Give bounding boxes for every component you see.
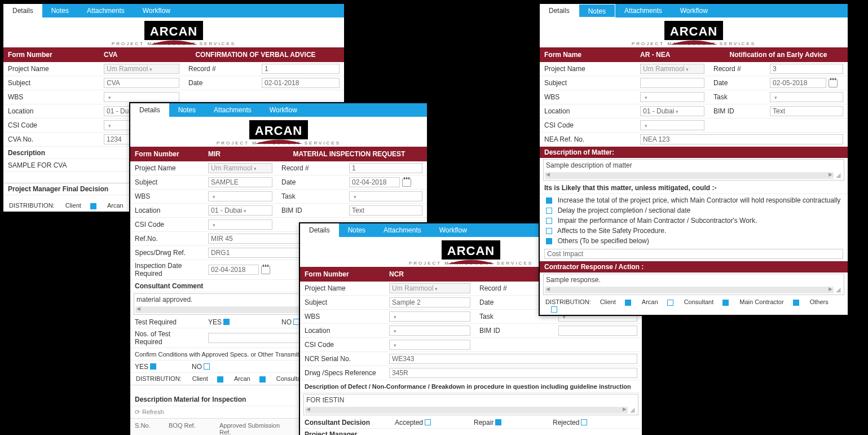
csi-select[interactable] <box>640 120 704 130</box>
wbs-select[interactable] <box>104 92 179 102</box>
tab-notes[interactable]: Notes <box>169 103 205 117</box>
lbl-project: Project Name <box>540 62 636 76</box>
hdr-code: NCR <box>385 267 509 282</box>
location-select[interactable]: 01 - Dubai <box>640 106 704 116</box>
hdr-form-number: Form Number <box>3 47 99 62</box>
chk-c3[interactable] <box>546 218 552 224</box>
chk-cd-rejected[interactable] <box>581 419 587 425</box>
calendar-icon[interactable] <box>402 178 411 187</box>
form-header: Form Number CVA CONFIRMATION OF VERBAL A… <box>3 47 344 62</box>
project-select[interactable]: Um Rammool <box>104 64 179 74</box>
insp-date-input[interactable]: 02-04-2018 <box>208 265 259 275</box>
date-input[interactable]: 02-04-2018 <box>349 177 400 187</box>
tab-details[interactable]: Details <box>3 4 42 17</box>
location-select[interactable] <box>389 326 470 336</box>
ncr-input[interactable]: WE343 <box>389 354 637 364</box>
subject-input[interactable] <box>640 78 704 88</box>
csi-select[interactable] <box>389 340 470 350</box>
task-select[interactable] <box>349 191 422 201</box>
drwg-input[interactable]: 345R <box>389 368 637 378</box>
tab-attachments[interactable]: Attachments <box>374 223 430 237</box>
wbs-select[interactable] <box>640 92 704 102</box>
record-input[interactable]: 3 <box>770 64 843 74</box>
chk-yes[interactable] <box>223 319 230 325</box>
chk-confirm-no[interactable] <box>204 363 210 370</box>
lbl-accepted: Accepted <box>395 419 423 427</box>
task-select[interactable] <box>770 92 843 102</box>
lbl-refno: Ref.No. <box>130 232 204 246</box>
chk-client[interactable] <box>90 203 96 209</box>
tab-details[interactable]: Details <box>130 103 169 117</box>
chk-cd-accepted[interactable] <box>425 419 431 425</box>
tab-workflow[interactable]: Workflow <box>430 223 476 237</box>
scrollbar-h[interactable] <box>545 172 834 179</box>
lbl-ncr-serial: NCR Serial No. <box>300 352 385 366</box>
tab-workflow[interactable]: Workflow <box>134 4 179 17</box>
tab-notes[interactable]: Notes <box>339 223 374 237</box>
tabbar: Details Notes Attachments Workflow <box>540 4 848 17</box>
tab-workflow[interactable]: Workflow <box>261 103 306 117</box>
resize-handle-icon[interactable] <box>836 172 843 179</box>
chk-client[interactable] <box>625 300 631 306</box>
calendar-icon[interactable] <box>829 79 838 87</box>
chk-c1[interactable] <box>546 197 552 204</box>
no-label: NO <box>192 363 202 371</box>
chk-others[interactable] <box>551 306 557 313</box>
resize-handle-icon[interactable] <box>836 287 843 293</box>
costimpact-input[interactable]: Cost Impact <box>544 249 843 259</box>
chk-arcan[interactable] <box>667 300 673 306</box>
project-select[interactable]: Um Rammool <box>389 283 470 293</box>
chk-confirm-yes[interactable] <box>150 363 156 370</box>
project-select[interactable]: Um Rammool <box>208 163 272 173</box>
dist-consultant: Consultant <box>684 298 714 305</box>
bim-input[interactable]: Text <box>770 106 843 116</box>
dom-textarea[interactable]: Sample description of matter <box>543 159 844 181</box>
date-input[interactable]: 02-05-2018 <box>770 78 826 88</box>
tab-attachments[interactable]: Attachments <box>205 103 261 117</box>
subject-input[interactable]: Sample 2 <box>389 297 470 307</box>
tab-attachments[interactable]: Attachments <box>78 4 134 17</box>
lbl-test-req: Test Required <box>130 316 204 328</box>
bim-input[interactable]: Text <box>349 205 422 216</box>
guideline-textarea[interactable]: FOR tESTIN <box>303 394 638 415</box>
chk-consultant[interactable] <box>722 300 729 306</box>
tab-notes[interactable]: Notes <box>42 4 78 17</box>
date-input[interactable]: 02-01-2018 <box>262 78 340 88</box>
chk-c4[interactable] <box>546 228 552 234</box>
tab-details[interactable]: Details <box>540 4 579 17</box>
hdr-code: CVA <box>99 47 167 62</box>
chk-cd-repair[interactable] <box>495 419 501 425</box>
wbs-select[interactable] <box>389 311 470 322</box>
lbl-date: Date <box>709 76 765 90</box>
chk-c5[interactable] <box>546 238 552 244</box>
csi-select[interactable] <box>208 219 272 230</box>
record-input[interactable]: 1 <box>349 163 422 173</box>
nea-input[interactable]: NEA 123 <box>640 134 843 144</box>
subject-input[interactable]: SAMPLE <box>208 177 272 187</box>
logo-arc-icon <box>144 33 203 39</box>
calendar-icon[interactable] <box>261 266 270 274</box>
tab-details[interactable]: Details <box>300 223 339 237</box>
record-input[interactable]: 1 <box>262 64 340 74</box>
tab-attachments[interactable]: Attachments <box>615 4 671 17</box>
location-select[interactable]: 01 - Dubai <box>208 205 272 216</box>
cra-textarea[interactable]: Sample response. <box>543 274 844 295</box>
resize-handle-icon[interactable] <box>630 407 637 414</box>
scrollbar-h[interactable] <box>545 287 834 293</box>
c4-label: Affects to the Site Safety Procedure. <box>557 227 666 235</box>
tab-workflow[interactable]: Workflow <box>671 4 717 17</box>
chk-arcan[interactable] <box>259 376 266 383</box>
form-header: Form Number MIR MATERIAL INSPECTION REQU… <box>130 147 427 161</box>
lbl-pm-decision: Project Manager Decision <box>300 429 390 435</box>
chk-c2[interactable] <box>546 208 552 214</box>
tab-notes[interactable]: Notes <box>579 4 615 17</box>
chk-mc[interactable] <box>793 300 799 306</box>
nos-test-input[interactable]: 1 <box>208 333 310 343</box>
scrollbar-h[interactable] <box>305 407 628 414</box>
subject-input[interactable]: CVA <box>104 78 179 88</box>
wbs-select[interactable] <box>208 191 272 201</box>
window-nea: Details Notes Attachments Workflow ARCAN… <box>539 3 849 316</box>
bim-input[interactable] <box>558 326 637 336</box>
chk-client[interactable] <box>217 376 223 383</box>
project-select[interactable]: Um Rammool <box>640 64 704 74</box>
